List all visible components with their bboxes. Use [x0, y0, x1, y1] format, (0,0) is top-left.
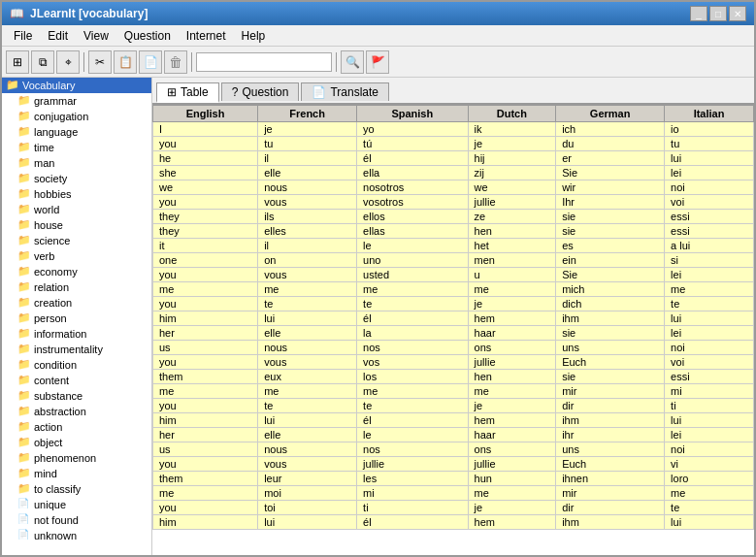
sidebar-item-grammar[interactable]: 📁 grammar — [2, 93, 151, 109]
folder-icon: 📁 — [17, 203, 31, 216]
sidebar-item-action[interactable]: 📁 action — [2, 419, 151, 435]
table-cell: él — [357, 311, 468, 326]
sidebar-item-language[interactable]: 📁 language — [2, 124, 151, 140]
sidebar-item-world[interactable]: 📁 world — [2, 202, 151, 217]
table-cell: tú — [357, 137, 468, 151]
menu-help[interactable]: Help — [234, 27, 274, 45]
table-row[interactable]: youtetejedichte — [153, 297, 754, 311]
table-row[interactable]: itillehetesa lui — [153, 239, 754, 253]
table-row[interactable]: herellelehaarihrlei — [153, 428, 754, 442]
table-cell: uns — [556, 341, 665, 355]
table-row[interactable]: herellelahaarsielei — [153, 326, 754, 341]
tab-translate[interactable]: 📄 Translate — [301, 82, 389, 101]
toolbar-sep1 — [83, 52, 84, 72]
table-cell: hen — [468, 370, 556, 384]
maximize-button[interactable]: □ — [709, 6, 727, 21]
table-cell: si — [665, 253, 754, 268]
table-row[interactable]: himluiélhemihmlui — [153, 515, 754, 530]
table-cell: él — [357, 413, 468, 428]
table-cell: elle — [258, 428, 357, 442]
table-row[interactable]: youvoususteduSielei — [153, 268, 754, 282]
toolbar-flag-btn[interactable]: 🚩 — [366, 50, 389, 74]
table-row[interactable]: usnousnosonsunsnoi — [153, 442, 754, 457]
table-row[interactable]: memoimimemirme — [153, 486, 754, 501]
minimize-button[interactable]: _ — [690, 6, 707, 21]
sidebar-item-instrumentality[interactable]: 📁 instrumentality — [2, 342, 151, 357]
toolbar-grid-btn[interactable]: ⊞ — [6, 50, 29, 74]
table-cell: elles — [258, 224, 357, 239]
menu-edit[interactable]: Edit — [40, 27, 76, 45]
toolbar-copy2-btn[interactable]: 📋 — [114, 50, 137, 74]
sidebar-item-substance[interactable]: 📁 substance — [2, 388, 151, 404]
sidebar-item-verb[interactable]: 📁 verb — [2, 248, 151, 264]
toolbar-copy-btn[interactable]: ⧉ — [31, 50, 54, 74]
sidebar-item-science[interactable]: 📁 science — [2, 233, 151, 248]
tab-table[interactable]: ⊞ Table — [156, 82, 219, 103]
sidebar-item-time[interactable]: 📁 time — [2, 140, 151, 155]
menu-question[interactable]: Question — [116, 27, 179, 45]
sidebar-item-to-classify[interactable]: 📁 to classify — [2, 481, 151, 497]
table-row[interactable]: mememememirmi — [153, 384, 754, 399]
sidebar-item-conjugation[interactable]: 📁 conjugation — [2, 109, 151, 124]
tab-bar: ⊞ Table ? Question 📄 Translate — [152, 78, 754, 105]
table-row[interactable]: himluiélhemihmlui — [153, 311, 754, 326]
menu-internet[interactable]: Internet — [179, 27, 234, 45]
sidebar-item-condition[interactable]: 📁 condition — [2, 357, 151, 373]
table-cell: we — [468, 180, 556, 195]
sidebar-item-house[interactable]: 📁 house — [2, 217, 151, 233]
sidebar-item-unique[interactable]: 📄 unique — [2, 497, 151, 512]
sidebar-item-mind[interactable]: 📁 mind — [2, 466, 151, 481]
table-row[interactable]: heilélhijerlui — [153, 151, 754, 166]
table-row[interactable]: youtoitijedirte — [153, 501, 754, 515]
sidebar-item-economy[interactable]: 📁 economy — [2, 264, 151, 279]
table-row[interactable]: theyellesellashensieessi — [153, 224, 754, 239]
sidebar-item-person[interactable]: 📁 person — [2, 311, 151, 326]
sidebar-item-not-found[interactable]: 📄 not found — [2, 512, 151, 528]
folder-icon: 📁 — [17, 125, 31, 139]
table-row[interactable]: usnousnosonsunsnoi — [153, 341, 754, 355]
sidebar-item-object[interactable]: 📁 object — [2, 435, 151, 450]
toolbar-cut-btn[interactable]: ✂ — [88, 50, 112, 74]
sidebar-item-hobbies[interactable]: 📁 hobbies — [2, 186, 151, 202]
table-row[interactable]: youtetejedirti — [153, 399, 754, 413]
table-row[interactable]: mememememichme — [153, 282, 754, 297]
table-cell: me — [468, 282, 556, 297]
sidebar-item-society[interactable]: 📁 society — [2, 171, 151, 186]
close-button[interactable]: ✕ — [729, 6, 746, 21]
page-icon: 📄 — [17, 513, 31, 527]
table-cell: a lui — [665, 239, 754, 253]
table-cell: nous — [258, 442, 357, 457]
sidebar-item-relation[interactable]: 📁 relation — [2, 279, 151, 295]
search-input[interactable] — [196, 52, 332, 72]
sidebar-item-content[interactable]: 📁 content — [2, 373, 151, 388]
sidebar-item-man[interactable]: 📁 man — [2, 155, 151, 171]
sidebar-item-information[interactable]: 📁 information — [2, 326, 151, 342]
table-row[interactable]: youvousjulliejullieEuchvi — [153, 457, 754, 472]
toolbar-search-btn[interactable]: 🔍 — [341, 50, 364, 74]
table-row[interactable]: yoututújedutu — [153, 137, 754, 151]
tab-question[interactable]: ? Question — [221, 82, 300, 101]
table-cell: je — [468, 399, 556, 413]
toolbar-cursor-btn[interactable]: ⌖ — [56, 50, 80, 74]
toolbar-delete-btn[interactable]: 🗑 — [164, 50, 187, 74]
sidebar-item-vocabulary[interactable]: 📁 Vocabulary — [2, 78, 151, 93]
menu-file[interactable]: File — [6, 27, 40, 45]
table-row[interactable]: oneonunomeneinsi — [153, 253, 754, 268]
table-row[interactable]: youvousvosjullieEuchvoi — [153, 355, 754, 370]
sidebar-item-phenomenon[interactable]: 📁 phenomenon — [2, 450, 151, 466]
table-row[interactable]: sheelleellazijSielei — [153, 166, 754, 180]
table-row[interactable]: youvousvosotrosjullieIhrvoi — [153, 195, 754, 210]
toolbar-paste-btn[interactable]: 📄 — [139, 50, 162, 74]
sidebar-item-creation[interactable]: 📁 creation — [2, 295, 151, 311]
table-row[interactable]: himluiélhemihmlui — [153, 413, 754, 428]
sidebar-item-unknown[interactable]: 📄 unknown — [2, 528, 151, 543]
table-row[interactable]: theyilselloszesieessi — [153, 210, 754, 224]
table-row[interactable]: Ijeyoikichio — [153, 122, 754, 137]
vocabulary-table[interactable]: English French Spanish Dutch German Ital… — [152, 105, 754, 555]
table-row[interactable]: wenousnosotroswewirnoi — [153, 180, 754, 195]
table-row[interactable]: themeuxloshensieessi — [153, 370, 754, 384]
table-row[interactable]: themleurleshunihnenloro — [153, 472, 754, 486]
table-cell: je — [468, 137, 556, 151]
menu-view[interactable]: View — [76, 27, 116, 45]
sidebar-item-abstraction[interactable]: 📁 abstraction — [2, 404, 151, 419]
